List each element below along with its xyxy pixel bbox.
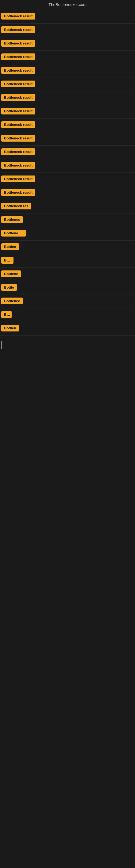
bottleneck-badge[interactable]: Bot bbox=[1, 311, 12, 318]
bottleneck-badge[interactable]: Bottle bbox=[1, 284, 17, 291]
result-row[interactable]: Bottleneck result bbox=[0, 37, 135, 51]
result-row[interactable]: Bottleneck result bbox=[0, 91, 135, 105]
result-row[interactable]: Bot bbox=[0, 308, 135, 322]
result-row[interactable]: Bottle bbox=[0, 281, 135, 295]
site-header: TheBottlenecker.com bbox=[0, 0, 135, 10]
result-row[interactable]: Bottleneck result bbox=[0, 119, 135, 132]
result-row[interactable]: Bott bbox=[0, 254, 135, 268]
bottleneck-badge[interactable]: Bottleneck result bbox=[1, 81, 35, 87]
bottleneck-badge[interactable]: Bottlen bbox=[1, 325, 19, 332]
bottleneck-badge[interactable]: Bottleneck result bbox=[1, 94, 35, 101]
result-row[interactable]: Bottleneck res bbox=[0, 200, 135, 214]
bottleneck-badge[interactable]: Bottleneck result bbox=[1, 176, 35, 182]
result-row[interactable]: Bottleneck result bbox=[0, 159, 135, 173]
result-row[interactable]: Bottlen bbox=[0, 241, 135, 254]
results-list: Bottleneck resultBottleneck resultBottle… bbox=[0, 10, 135, 336]
bottleneck-badge[interactable]: Bottleneck r bbox=[1, 230, 26, 237]
bottleneck-badge[interactable]: Bottleneck result bbox=[1, 54, 35, 60]
bottleneck-badge[interactable]: Bottlene bbox=[1, 271, 21, 277]
result-row[interactable]: Bottleneck result bbox=[0, 24, 135, 37]
bottleneck-badge[interactable]: Bottlenec bbox=[1, 216, 23, 223]
result-row[interactable]: Bottleneck result bbox=[0, 173, 135, 186]
bottleneck-badge[interactable]: Bottleneck result bbox=[1, 162, 35, 169]
bottleneck-badge[interactable]: Bottleneck result bbox=[1, 108, 35, 115]
result-row[interactable]: Bottleneck result bbox=[0, 51, 135, 64]
cursor-indicator bbox=[1, 341, 2, 349]
bottleneck-badge[interactable]: Bottlenec bbox=[1, 298, 23, 304]
bottleneck-badge[interactable]: Bottleneck res bbox=[1, 203, 31, 209]
bottleneck-badge[interactable]: Bottleneck result bbox=[1, 67, 35, 74]
result-row[interactable]: Bottlenec bbox=[0, 214, 135, 227]
bottleneck-badge[interactable]: Bottleneck result bbox=[1, 121, 35, 128]
result-row[interactable]: Bottleneck result bbox=[0, 105, 135, 119]
result-row[interactable]: Bottleneck r bbox=[0, 227, 135, 241]
result-row[interactable]: Bottleneck result bbox=[0, 10, 135, 24]
bottleneck-badge[interactable]: Bott bbox=[1, 257, 13, 264]
result-row[interactable]: Bottlene bbox=[0, 268, 135, 281]
bottleneck-badge[interactable]: Bottleneck result bbox=[1, 40, 35, 46]
bottleneck-badge[interactable]: Bottlen bbox=[1, 243, 19, 250]
result-row[interactable]: Bottlen bbox=[0, 322, 135, 336]
bottleneck-badge[interactable]: Bottleneck result bbox=[1, 26, 35, 33]
bottleneck-badge[interactable]: Bottleneck result bbox=[1, 13, 35, 20]
site-title: TheBottlenecker.com bbox=[49, 2, 87, 7]
result-row[interactable]: Bottlenec bbox=[0, 295, 135, 308]
result-row[interactable]: Bottleneck result bbox=[0, 64, 135, 78]
result-row[interactable]: Bottleneck result bbox=[0, 146, 135, 159]
bottleneck-badge[interactable]: Bottleneck result bbox=[1, 148, 35, 155]
bottleneck-badge[interactable]: Bottleneck result bbox=[1, 189, 35, 196]
result-row[interactable]: Bottleneck result bbox=[0, 78, 135, 91]
result-row[interactable]: Bottleneck result bbox=[0, 132, 135, 146]
result-row[interactable]: Bottleneck result bbox=[0, 186, 135, 200]
bottleneck-badge[interactable]: Bottleneck result bbox=[1, 135, 35, 142]
